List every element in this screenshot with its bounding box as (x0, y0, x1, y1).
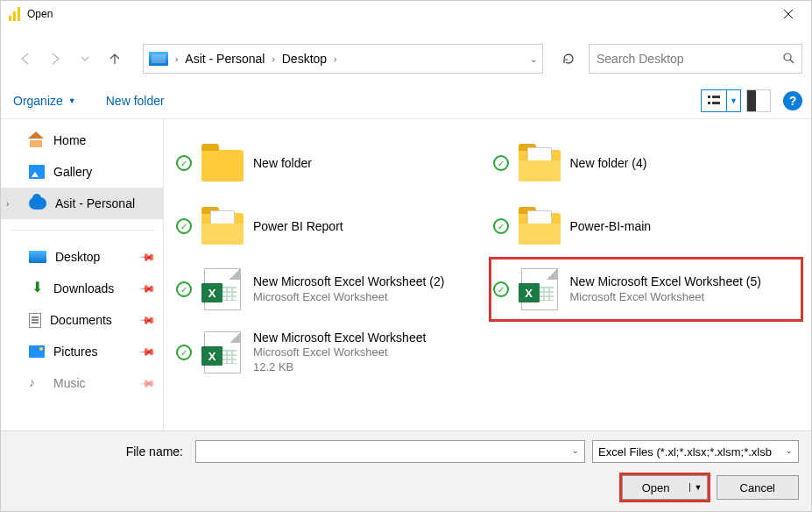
folder-icon (201, 150, 244, 181)
sync-icon (493, 281, 509, 297)
svg-rect-6 (708, 102, 710, 104)
footer: File name: ⌄ ⌄ Open ▼ Cancel (1, 430, 811, 512)
address-bar[interactable]: › Asit - Personal › Desktop › ⌄ (143, 44, 543, 74)
forward-button[interactable] (43, 46, 67, 71)
file-name: New Microsoft Excel Worksheet (2) (253, 274, 483, 289)
organize-label: Organize (13, 94, 63, 108)
sidebar-item-pictures[interactable]: Pictures 📌 (1, 336, 163, 367)
sidebar-label: Music (53, 376, 86, 390)
file-item-folder[interactable]: Power-BI-main (490, 195, 803, 258)
sidebar-label: Asit - Personal (55, 196, 135, 210)
file-type-combobox[interactable]: ⌄ (592, 440, 799, 463)
excel-icon: X (204, 268, 241, 310)
excel-icon: X (204, 331, 241, 373)
file-name: Power BI Report (253, 218, 483, 234)
close-button[interactable] (768, 1, 808, 27)
chevron-right-icon[interactable]: › (175, 54, 178, 64)
refresh-button[interactable] (554, 44, 583, 74)
folder-icon (519, 150, 561, 181)
sidebar-label: Home (53, 133, 86, 147)
preview-pane-button[interactable] (746, 89, 771, 112)
file-list: New folder New folder (4) Power BI Repor… (164, 119, 811, 430)
pin-icon: 📌 (138, 280, 157, 298)
view-mode-button[interactable]: ▼ (701, 89, 741, 112)
excel-icon: X (521, 268, 558, 310)
pin-icon: 📌 (138, 311, 157, 330)
file-item-folder[interactable]: Power BI Report (173, 195, 486, 258)
svg-rect-0 (9, 16, 11, 21)
address-dropdown[interactable]: ⌄ (530, 54, 537, 64)
location-icon (149, 52, 168, 66)
desktop-icon (29, 251, 46, 263)
cancel-button[interactable]: Cancel (717, 475, 799, 500)
folder-icon (519, 213, 561, 245)
sidebar-item-downloads[interactable]: ⬇ Downloads 📌 (1, 273, 163, 304)
search-input[interactable] (597, 52, 782, 66)
home-icon (29, 133, 45, 147)
music-icon: ♪ (29, 376, 45, 390)
recent-locations-button[interactable] (73, 46, 97, 71)
sidebar-label: Gallery (53, 165, 92, 179)
sidebar-item-asit[interactable]: › Asit - Personal (1, 188, 163, 219)
file-type: Microsoft Excel Worksheet (253, 345, 483, 360)
file-type: Microsoft Excel Worksheet (570, 290, 800, 305)
file-item-folder[interactable]: New folder (173, 132, 486, 195)
open-dropdown[interactable]: ▼ (689, 483, 707, 492)
chevron-right-icon[interactable]: › (334, 54, 336, 64)
window-title: Open (27, 8, 53, 20)
svg-rect-2 (18, 7, 20, 21)
file-type-value[interactable] (593, 441, 798, 462)
open-label: Open (623, 481, 689, 494)
chevron-right-icon[interactable]: › (6, 199, 9, 209)
svg-rect-1 (13, 11, 16, 21)
pin-icon: 📌 (138, 248, 157, 267)
search-icon (782, 52, 794, 67)
breadcrumb-asit[interactable]: Asit - Personal (185, 52, 265, 66)
file-type: Microsoft Excel Worksheet (253, 290, 483, 305)
sidebar-item-documents[interactable]: Documents 📌 (1, 304, 163, 336)
sidebar-item-gallery[interactable]: Gallery (1, 156, 163, 188)
svg-rect-7 (712, 102, 720, 104)
pin-icon: 📌 (138, 343, 157, 361)
sync-icon (493, 218, 509, 234)
file-name-label: File name: (13, 444, 188, 459)
file-item-excel[interactable]: X New Microsoft Excel Worksheet (2) Micr… (173, 258, 486, 321)
file-name-input[interactable] (196, 441, 584, 462)
downloads-icon: ⬇ (29, 281, 45, 295)
pin-icon: 📌 (138, 374, 157, 393)
sync-icon (176, 155, 192, 171)
file-item-folder[interactable]: New folder (4) (490, 132, 803, 195)
back-button[interactable] (13, 46, 38, 71)
file-size: 12.2 KB (253, 360, 483, 375)
sidebar-item-music[interactable]: ♪ Music 📌 (1, 367, 163, 399)
sync-icon (176, 281, 192, 297)
file-item-excel[interactable]: X New Microsoft Excel Worksheet Microsof… (173, 321, 486, 384)
file-name-combobox[interactable]: ⌄ (195, 440, 585, 463)
organize-menu[interactable]: Organize ▼ (13, 94, 76, 108)
file-name: New Microsoft Excel Worksheet (253, 330, 483, 345)
up-button[interactable] (102, 46, 127, 71)
toolbar: Organize ▼ New folder ▼ ? (1, 83, 811, 118)
new-folder-button[interactable]: New folder (106, 94, 165, 108)
app-icon (8, 7, 22, 21)
file-name: New folder (253, 155, 483, 171)
search-box[interactable] (589, 44, 802, 74)
view-icon (702, 90, 726, 111)
documents-icon (29, 313, 41, 328)
open-button[interactable]: Open ▼ (622, 475, 708, 500)
sync-icon (493, 155, 509, 171)
nav-bar: › Asit - Personal › Desktop › ⌄ (1, 39, 811, 78)
sidebar-item-home[interactable]: Home (1, 124, 163, 156)
sidebar: Home Gallery › Asit - Personal Desktop 📌… (1, 119, 164, 430)
caret-down-icon: ▼ (726, 90, 740, 111)
folder-icon (201, 213, 244, 245)
sidebar-label: Documents (50, 313, 112, 327)
sidebar-item-desktop[interactable]: Desktop 📌 (1, 241, 163, 273)
sync-icon (176, 218, 192, 234)
file-name: New Microsoft Excel Worksheet (5) (570, 274, 800, 289)
breadcrumb-desktop[interactable]: Desktop (282, 52, 327, 66)
help-button[interactable]: ? (783, 91, 802, 110)
gallery-icon (29, 165, 45, 179)
file-item-excel-highlighted[interactable]: X New Microsoft Excel Worksheet (5) Micr… (490, 258, 803, 321)
chevron-right-icon[interactable]: › (272, 54, 274, 64)
